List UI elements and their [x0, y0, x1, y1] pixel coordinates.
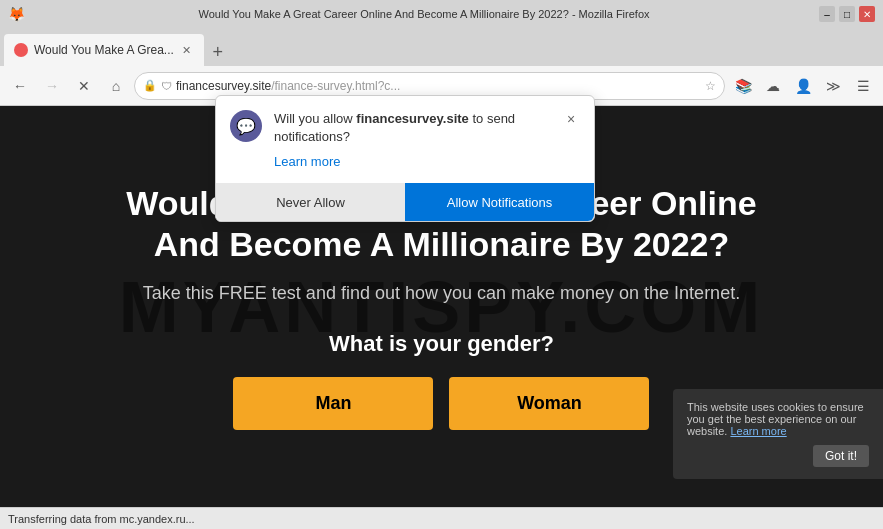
- reload-button[interactable]: ✕: [70, 72, 98, 100]
- never-allow-button[interactable]: Never Allow: [216, 183, 405, 221]
- tab-label: Would You Make A Grea...: [34, 43, 174, 57]
- extensions-icon[interactable]: ≫: [819, 72, 847, 100]
- gender-buttons: Man Woman: [126, 377, 756, 430]
- gender-question: What is your gender?: [126, 331, 756, 357]
- allow-notifications-button[interactable]: Allow Notifications: [405, 183, 594, 221]
- account-icon[interactable]: 👤: [789, 72, 817, 100]
- shield-icon: 🛡: [161, 80, 172, 92]
- firefox-icon: 🦊: [8, 6, 25, 22]
- man-button[interactable]: Man: [233, 377, 433, 430]
- cookie-notice: This website uses cookies to ensure you …: [673, 389, 883, 479]
- notification-popup: 💬 Will you allow financesurvey.site to s…: [215, 95, 595, 222]
- url-display: financesurvey.site/finance-survey.html?c…: [176, 79, 701, 93]
- browser-window: 🦊 Would You Make A Great Career Online A…: [0, 0, 883, 529]
- lock-icon: 🔒: [143, 79, 157, 92]
- title-bar: 🦊 Would You Make A Great Career Online A…: [0, 0, 883, 28]
- tab-close-button[interactable]: ✕: [180, 43, 194, 57]
- popup-text: Will you allow financesurvey.site to sen…: [274, 110, 550, 146]
- window-title: Would You Make A Great Career Online And…: [29, 8, 819, 20]
- home-button[interactable]: ⌂: [102, 72, 130, 100]
- window-controls: – □ ✕: [819, 6, 875, 22]
- url-path: /finance-survey.html?c...: [271, 79, 400, 93]
- tab-bar: Would You Make A Grea... ✕ +: [0, 28, 883, 66]
- popup-site-name: financesurvey.site: [356, 111, 468, 126]
- popup-title: Will you allow: [274, 111, 356, 126]
- url-site: financesurvey.site: [176, 79, 271, 93]
- minimize-button[interactable]: –: [819, 6, 835, 22]
- maximize-button[interactable]: □: [839, 6, 855, 22]
- new-tab-button[interactable]: +: [204, 38, 232, 66]
- toolbar-right: 📚 ☁ 👤 ≫ ☰: [729, 72, 877, 100]
- menu-icon[interactable]: ☰: [849, 72, 877, 100]
- bookmarks-icon[interactable]: 📚: [729, 72, 757, 100]
- popup-actions: Never Allow Allow Notifications: [216, 183, 594, 221]
- forward-button[interactable]: →: [38, 72, 66, 100]
- tab-favicon: [14, 43, 28, 57]
- sub-heading: Take this FREE test and find out how you…: [126, 280, 756, 307]
- close-button[interactable]: ✕: [859, 6, 875, 22]
- popup-learn-more[interactable]: Learn more: [216, 154, 594, 179]
- popup-header: 💬 Will you allow financesurvey.site to s…: [216, 96, 594, 154]
- chat-icon: 💬: [230, 110, 262, 142]
- cookie-learn-more[interactable]: Learn more: [730, 425, 786, 437]
- woman-button[interactable]: Woman: [449, 377, 649, 430]
- popup-close-button[interactable]: ×: [562, 110, 580, 128]
- back-button[interactable]: ←: [6, 72, 34, 100]
- got-it-button[interactable]: Got it!: [813, 445, 869, 467]
- bookmark-icon: ☆: [705, 79, 716, 93]
- active-tab[interactable]: Would You Make A Grea... ✕: [4, 34, 204, 66]
- sync-icon[interactable]: ☁: [759, 72, 787, 100]
- status-text: Transferring data from mc.yandex.ru...: [8, 513, 195, 525]
- status-bar: Transferring data from mc.yandex.ru...: [0, 507, 883, 529]
